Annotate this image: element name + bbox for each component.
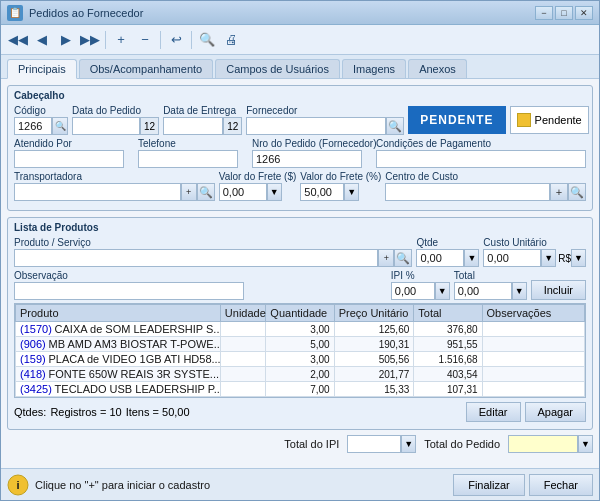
produto-search-btn[interactable]: 🔍 xyxy=(394,249,412,267)
minimize-button[interactable]: − xyxy=(535,6,553,20)
transportadora-add-btn[interactable]: + xyxy=(181,183,197,201)
frete-pct-field-group: Valor do Frete (%) ▼ xyxy=(300,171,381,201)
prev-record-button[interactable]: ◀ xyxy=(31,29,53,51)
produto-input-group: + 🔍 xyxy=(14,249,412,267)
total-ipi-input[interactable]: 0,00 xyxy=(347,435,401,453)
centro-custo-input-group: Digite o código ou texto para procura + … xyxy=(385,183,586,201)
col-quantidade: Quantidade xyxy=(266,305,334,322)
next-record-button[interactable]: ▶ xyxy=(55,29,77,51)
atendido-field-group: Atendido Por xyxy=(14,138,134,168)
custo-unit-arrow[interactable]: ▼ xyxy=(571,249,586,267)
row4-unidade xyxy=(220,367,266,382)
maximize-button[interactable]: □ xyxy=(555,6,573,20)
tab-obs[interactable]: Obs/Acompanhamento xyxy=(79,59,214,78)
row5-quantidade: 7,00 xyxy=(266,382,334,397)
window-title: Pedidos ao Fornecedor xyxy=(29,7,143,19)
qtde-input[interactable] xyxy=(416,249,464,267)
search-button[interactable]: 🔍 xyxy=(196,29,218,51)
frete-valor-arrow[interactable]: ▼ xyxy=(267,183,282,201)
codigo-search-btn[interactable]: 🔍 xyxy=(52,117,68,135)
pendente-button[interactable]: PENDENTE xyxy=(408,106,505,134)
fornecedor-input-group: Comércio de Informática 10 🔍 xyxy=(246,117,404,135)
editar-button[interactable]: Editar xyxy=(466,402,521,422)
transportadora-field-group: Transportadora Digite o código ou texto … xyxy=(14,171,215,201)
tab-campos-usuarios[interactable]: Campos de Usuários xyxy=(215,59,340,78)
nro-pedido-input[interactable] xyxy=(252,150,362,168)
apagar-button[interactable]: Apagar xyxy=(525,402,586,422)
data-entrega-input-group: / / 12 xyxy=(163,117,242,135)
col-unidade: Unidade xyxy=(220,305,266,322)
cond-pagamento-input[interactable] xyxy=(376,150,586,168)
main-window: 📋 Pedidos ao Fornecedor − □ ✕ ◀◀ ◀ ▶ ▶▶ … xyxy=(0,0,600,501)
incluir-button[interactable]: Incluir xyxy=(531,280,586,300)
data-pedido-input[interactable]: 27/11/2014 xyxy=(72,117,140,135)
cabecalho-section: Cabeçalho Código 🔍 Data do Pedido 27/11/… xyxy=(7,85,593,211)
fornecedor-search-btn[interactable]: 🔍 xyxy=(386,117,404,135)
ipi-input[interactable] xyxy=(391,282,435,300)
table-row[interactable]: (159) PLACA de VIDEO 1GB ATI HD58... 3,0… xyxy=(16,352,585,367)
product-footer-row: Qtdes: Registros = 10 Itens = 50,00 Edit… xyxy=(14,402,586,422)
last-record-button[interactable]: ▶▶ xyxy=(79,29,101,51)
transportadora-input[interactable]: Digite o código ou texto para procura xyxy=(14,183,181,201)
fornecedor-input[interactable]: Comércio de Informática 10 xyxy=(246,117,386,135)
telefone-input[interactable] xyxy=(138,150,238,168)
qtdes-label: Qtdes: xyxy=(14,406,46,418)
centro-custo-search-btn[interactable]: + xyxy=(550,183,568,201)
table-row[interactable]: (906) MB AMD AM3 BIOSTAR T-POWE... 5,00 … xyxy=(16,337,585,352)
total-pedido-input[interactable]: 7.351,38 xyxy=(508,435,578,453)
total-ipi-arrow[interactable]: ▼ xyxy=(401,435,416,453)
total-input[interactable] xyxy=(454,282,512,300)
close-button[interactable]: ✕ xyxy=(575,6,593,20)
col-obs: Observações xyxy=(482,305,584,322)
print-button[interactable]: 🖨 xyxy=(220,29,242,51)
row4-total: 403,54 xyxy=(414,367,482,382)
transportadora-label: Transportadora xyxy=(14,171,215,182)
ipi-arrow[interactable]: ▼ xyxy=(435,282,450,300)
undo-button[interactable]: ↩ xyxy=(165,29,187,51)
tab-principais[interactable]: Principais xyxy=(7,59,77,79)
cabecalho-row2: Atendido Por Telefone Nro do Pedido (For… xyxy=(14,138,586,168)
obs-input[interactable] xyxy=(14,282,244,300)
data-entrega-cal-btn[interactable]: 12 xyxy=(223,117,242,135)
qtde-arrow[interactable]: ▼ xyxy=(464,249,479,267)
titlebar-left: 📋 Pedidos ao Fornecedor xyxy=(7,5,143,21)
centro-custo-search-btn2[interactable]: 🔍 xyxy=(568,183,586,201)
registros-label: Registros = 10 xyxy=(50,406,121,418)
frete-valor-input[interactable] xyxy=(219,183,267,201)
tab-imagens[interactable]: Imagens xyxy=(342,59,406,78)
custo-arrow[interactable]: ▼ xyxy=(541,249,556,267)
atendido-input[interactable] xyxy=(14,150,124,168)
fechar-button[interactable]: Fechar xyxy=(529,474,593,496)
table-row[interactable]: (1570) CAIXA de SOM LEADERSHIP S... 3,00… xyxy=(16,322,585,337)
frete-pct-arrow[interactable]: ▼ xyxy=(344,183,359,201)
produto-add-btn[interactable]: + xyxy=(378,249,394,267)
ipi-group: ▼ xyxy=(391,282,450,300)
data-entrega-input[interactable]: / / xyxy=(163,117,223,135)
registros-info: Qtdes: Registros = 10 Itens = 50,00 xyxy=(14,406,190,418)
transportadora-search-btn[interactable]: 🔍 xyxy=(197,183,215,201)
tab-anexos[interactable]: Anexos xyxy=(408,59,467,78)
row4-obs xyxy=(482,367,584,382)
data-pedido-input-group: 27/11/2014 12 xyxy=(72,117,159,135)
row3-produto: (159) PLACA de VIDEO 1GB ATI HD58... xyxy=(16,352,221,367)
custo-input[interactable] xyxy=(483,249,541,267)
first-record-button[interactable]: ◀◀ xyxy=(7,29,29,51)
total-arrow[interactable]: ▼ xyxy=(512,282,527,300)
toolbar-separator-3 xyxy=(191,31,192,49)
codigo-input[interactable] xyxy=(14,117,52,135)
data-entrega-field-group: Data de Entrega / / 12 xyxy=(163,105,242,135)
table-row[interactable]: (418) FONTE 650W REAIS 3R SYSTE... 2,00 … xyxy=(16,367,585,382)
add-button[interactable]: + xyxy=(110,29,132,51)
centro-custo-input[interactable]: Digite o código ou texto para procura xyxy=(385,183,550,201)
table-row[interactable]: (3425) TECLADO USB LEADERSHIP P... 7,00 … xyxy=(16,382,585,397)
finalizar-button[interactable]: Finalizar xyxy=(453,474,525,496)
frete-pct-input[interactable] xyxy=(300,183,344,201)
total-pedido-arrow[interactable]: ▼ xyxy=(578,435,593,453)
data-pedido-cal-btn[interactable]: 12 xyxy=(140,117,159,135)
ipi-label: IPI % xyxy=(391,270,450,281)
produto-input[interactable] xyxy=(14,249,378,267)
row1-unidade xyxy=(220,322,266,337)
row2-preco: 190,31 xyxy=(334,337,414,352)
centro-custo-field-group: Centro de Custo Digite o código ou texto… xyxy=(385,171,586,201)
remove-button[interactable]: − xyxy=(134,29,156,51)
